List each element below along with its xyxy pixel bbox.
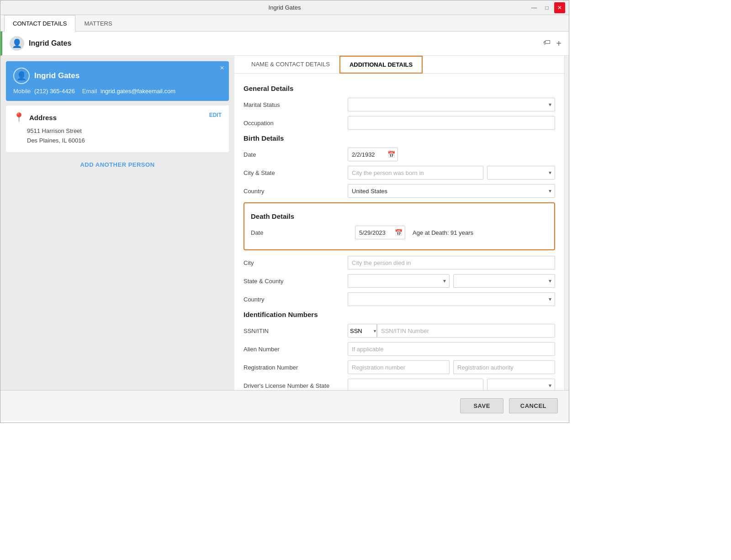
marital-status-label: Marital Status: [244, 101, 344, 108]
birth-date-wrapper: 📅: [348, 148, 398, 161]
mobile-value: (212) 365-4426: [34, 88, 75, 95]
birth-country-select[interactable]: United States Canada Other: [348, 184, 555, 198]
registration-number-row: Registration Number: [244, 360, 555, 374]
death-city-label: City: [244, 259, 344, 266]
address-card-header: 📍 Address: [13, 112, 222, 123]
drivers-license-label: Driver's License Number & State: [244, 382, 344, 389]
birth-country-wrapper: United States Canada Other: [348, 184, 555, 198]
person-header: 👤 Ingrid Gates 🏷 +: [0, 32, 569, 56]
ssn-number-input[interactable]: [377, 324, 555, 338]
occupation-input[interactable]: [348, 116, 555, 130]
close-button[interactable]: ✕: [554, 2, 565, 13]
drivers-state-select[interactable]: [487, 379, 555, 390]
death-county-select[interactable]: [453, 274, 555, 288]
death-country-label: Country: [244, 296, 344, 303]
birth-details-title: Birth Details: [244, 134, 555, 142]
alien-number-input[interactable]: [348, 342, 555, 356]
sub-tabs: NAME & CONTACT DETAILS ADDITIONAL DETAIL…: [234, 56, 564, 74]
birth-date-row: Date 📅: [244, 148, 555, 161]
tag-icon[interactable]: 🏷: [543, 38, 551, 49]
email-value: ingrid.gates@fakeemail.com: [101, 88, 175, 95]
identification-numbers-title: Identification Numbers: [244, 311, 555, 318]
marital-status-row: Marital Status Single Married Divorced W…: [244, 98, 555, 111]
maximize-button[interactable]: □: [541, 2, 552, 13]
bottom-bar: SAVE CANCEL: [0, 390, 569, 421]
contact-card-close[interactable]: ✕: [220, 65, 224, 71]
death-date-row: Date 📅 Age at Death: 91 years: [251, 226, 548, 239]
address-edit-button[interactable]: EDIT: [209, 112, 222, 118]
minimize-button[interactable]: —: [529, 2, 540, 13]
tab-contact-details[interactable]: CONTACT DETAILS: [4, 15, 75, 32]
address-lines: 9511 Harrison Street Des Plaines, IL 600…: [13, 127, 222, 146]
tab-name-contact-details[interactable]: NAME & CONTACT DETAILS: [242, 56, 339, 74]
registration-number-label: Registration Number: [244, 364, 344, 371]
alien-number-field: [348, 342, 555, 356]
marital-status-select[interactable]: Single Married Divorced Widowed: [348, 98, 555, 111]
save-button[interactable]: SAVE: [460, 398, 503, 413]
death-county-wrapper: [453, 274, 555, 288]
birth-date-calendar-icon[interactable]: 📅: [387, 151, 395, 158]
title-bar: Ingrid Gates — □ ✕: [0, 0, 569, 15]
death-city-input[interactable]: [348, 256, 555, 269]
person-header-actions: 🏷 +: [543, 38, 561, 49]
person-avatar: 👤: [10, 36, 24, 51]
birth-city-state-row: City & State: [244, 166, 555, 180]
contact-email: Email ingrid.gates@fakeemail.com: [82, 88, 175, 95]
death-city-row: City: [244, 256, 555, 269]
death-country-wrapper: United States: [348, 292, 555, 306]
drivers-license-row: Driver's License Number & State: [244, 379, 555, 390]
age-at-death: Age at Death: 91 years: [413, 229, 473, 236]
contact-card-name: Ingrid Gates: [34, 71, 79, 80]
form-area: General Details Marital Status Single Ma…: [234, 74, 564, 390]
left-panel: ✕ 👤 Ingrid Gates Mobile (212) 365-4426 E…: [0, 56, 234, 390]
birth-country-row: Country United States Canada Other: [244, 184, 555, 198]
tab-matters[interactable]: MATTERS: [75, 15, 121, 32]
death-country-select[interactable]: United States: [348, 292, 555, 306]
birth-city-field: [348, 166, 483, 180]
contact-mobile: Mobile (212) 365-4426: [13, 88, 75, 95]
death-date-wrapper: 📅: [355, 226, 405, 239]
drivers-license-input[interactable]: [348, 379, 483, 390]
contact-card-header: 👤 Ingrid Gates: [13, 68, 222, 84]
registration-number-field: [348, 360, 450, 374]
birth-city-state-label: City & State: [244, 169, 344, 176]
general-details-title: General Details: [244, 85, 555, 92]
person-header-name: Ingrid Gates: [29, 39, 71, 48]
right-scrollbar[interactable]: [564, 56, 569, 390]
add-person-icon[interactable]: +: [556, 38, 561, 49]
registration-number-input[interactable]: [348, 360, 450, 374]
ssn-type-select[interactable]: SSN ITIN: [348, 324, 377, 338]
occupation-field: [348, 116, 555, 130]
death-details-title: Death Details: [251, 212, 548, 220]
alien-number-row: Alien Number: [244, 342, 555, 356]
add-another-person-button[interactable]: ADD ANOTHER PERSON: [6, 157, 229, 173]
address-title: Address: [29, 114, 57, 122]
cancel-button[interactable]: CANCEL: [509, 398, 558, 413]
registration-authority-input[interactable]: [453, 360, 555, 374]
ssn-type-wrapper: SSN ITIN ▾: [348, 324, 377, 338]
window-controls: — □ ✕: [529, 2, 565, 13]
birth-state-wrapper: [487, 166, 555, 180]
address-line2: Des Plaines, IL 60016: [27, 136, 222, 146]
birth-state-select[interactable]: [487, 166, 555, 180]
contact-avatar-icon: 👤: [13, 68, 30, 84]
registration-authority-field: [453, 360, 555, 374]
death-date-calendar-icon[interactable]: 📅: [395, 229, 403, 236]
death-state-select[interactable]: [348, 274, 450, 288]
death-state-county-label: State & County: [244, 278, 344, 285]
mobile-label: Mobile: [13, 88, 31, 95]
window-title: Ingrid Gates: [41, 4, 529, 11]
occupation-label: Occupation: [244, 120, 344, 127]
death-state-wrapper: [348, 274, 450, 288]
alien-number-label: Alien Number: [244, 346, 344, 353]
ssn-field-group: SSN ITIN ▾: [348, 324, 555, 338]
death-details-section: Death Details Date 📅 Age at Death: 91 ye…: [244, 202, 555, 250]
drivers-license-field: [348, 379, 483, 390]
death-city-field: [348, 256, 555, 269]
birth-date-label: Date: [244, 151, 344, 158]
main-content: ✕ 👤 Ingrid Gates Mobile (212) 365-4426 E…: [0, 56, 569, 390]
birth-country-label: Country: [244, 188, 344, 195]
birth-city-input[interactable]: [348, 166, 483, 180]
tab-additional-details[interactable]: ADDITIONAL DETAILS: [339, 56, 423, 74]
address-line1: 9511 Harrison Street: [27, 127, 222, 136]
